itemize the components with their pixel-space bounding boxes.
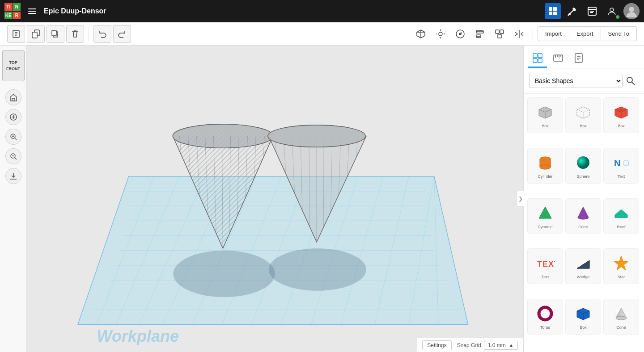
svg-point-131 — [615, 214, 627, 218]
fit-to-view-button[interactable] — [5, 109, 21, 125]
svg-line-105 — [351, 136, 358, 242]
shape-box[interactable]: Box — [527, 97, 563, 133]
shape-cone[interactable]: Cone — [565, 198, 601, 234]
logo-n: N — [13, 3, 21, 11]
import-button[interactable]: Import — [538, 26, 569, 41]
home-button[interactable] — [5, 89, 21, 105]
svg-text:TEXT: TEXT — [537, 260, 555, 268]
svg-line-91 — [244, 136, 248, 248]
topbar-grid-icon[interactable] — [545, 3, 561, 19]
tinkercad-logo[interactable]: TI N KE R — [4, 3, 21, 19]
shape-roof[interactable]: Roof — [603, 198, 639, 234]
logo-ti: TI — [4, 3, 13, 11]
shapes-header: Basic Shapes Letters Connectors Shape Ge… — [524, 68, 644, 94]
light-button[interactable] — [432, 25, 449, 43]
copy-button[interactable] — [27, 25, 45, 43]
shapes-tab[interactable] — [528, 49, 547, 68]
svg-rect-109 — [538, 54, 542, 58]
svg-line-95 — [275, 136, 283, 242]
topbar-build-icon[interactable] — [564, 3, 580, 19]
shape-cylinder[interactable]: Cylinder — [527, 148, 563, 184]
svg-line-96 — [284, 136, 290, 242]
shapes-search-button[interactable] — [623, 73, 639, 89]
svg-point-134 — [539, 307, 551, 320]
svg-rect-5 — [549, 12, 552, 15]
svg-line-84 — [188, 136, 195, 248]
svg-line-102 — [330, 136, 332, 242]
viewport[interactable]: Workplane Settings Snap Grid 1.0 mm ▲ — [27, 46, 523, 352]
delete-button[interactable] — [66, 25, 84, 43]
svg-line-87 — [213, 136, 216, 248]
shape-star[interactable]: Star — [603, 248, 639, 284]
redo-button[interactable] — [113, 25, 131, 43]
mirror-button[interactable] — [510, 25, 528, 43]
new-button[interactable] — [7, 25, 25, 43]
shape-wedge[interactable]: Wedge — [565, 248, 601, 284]
view-cube-front-label: FRONT — [6, 67, 20, 71]
notes-tab[interactable] — [569, 49, 588, 68]
svg-rect-34 — [496, 30, 499, 34]
view-3d-button[interactable] — [412, 25, 430, 43]
rotate-button[interactable] — [451, 25, 469, 43]
svg-line-103 — [337, 136, 341, 242]
topbar-code-icon[interactable] — [584, 3, 600, 19]
shape-cone2[interactable]: Cone — [603, 299, 639, 335]
settings-button[interactable]: Settings — [422, 340, 451, 350]
svg-rect-112 — [554, 55, 563, 61]
zoom-in-button[interactable] — [5, 129, 21, 145]
right-sidebar-tabs — [524, 46, 644, 68]
shape-sphere[interactable]: Sphere — [565, 148, 601, 184]
shape-torus[interactable]: Torus — [527, 299, 563, 335]
shapes-grid: Box Box — [524, 94, 644, 352]
duplicate-button[interactable] — [47, 25, 64, 43]
align-button[interactable] — [471, 25, 489, 43]
hamburger-button[interactable] — [25, 4, 39, 18]
svg-line-88 — [222, 136, 223, 248]
svg-point-82 — [173, 124, 273, 148]
shape-box2[interactable]: Box — [565, 299, 601, 335]
shape-text3d[interactable]: N Text — [603, 148, 639, 184]
svg-rect-38 — [12, 98, 15, 101]
main-area: TOP FRONT — [0, 46, 644, 352]
group-button[interactable] — [491, 25, 508, 43]
shape-box-hole[interactable]: Box — [565, 97, 601, 133]
svg-line-74 — [375, 176, 409, 325]
send-to-button[interactable]: Send To — [601, 26, 637, 41]
shape-cube-red[interactable]: Box — [603, 97, 639, 133]
svg-point-24 — [439, 32, 442, 36]
svg-line-101 — [323, 136, 324, 242]
topbar: TI N KE R Epic Duup-Densor — [0, 0, 644, 22]
svg-line-83 — [180, 136, 188, 248]
project-title[interactable]: Epic Duup-Densor — [44, 7, 540, 15]
svg-point-94 — [268, 125, 365, 147]
download-button[interactable] — [5, 168, 21, 184]
view-cube-container: TOP FRONT — [2, 50, 25, 81]
topbar-user-icon[interactable] — [604, 3, 620, 19]
undo-button[interactable] — [93, 25, 111, 43]
svg-line-85 — [196, 136, 202, 248]
svg-line-104 — [344, 136, 349, 242]
right-sidebar: ❯ — [523, 46, 644, 352]
shape-text[interactable]: TEXT Text — [527, 248, 563, 284]
svg-line-70 — [252, 176, 307, 325]
svg-rect-30 — [476, 31, 483, 33]
view-cube-top-label: TOP — [9, 60, 17, 65]
svg-line-122 — [632, 82, 635, 85]
shape-pyramid[interactable]: Pyramid — [527, 198, 563, 234]
svg-point-130 — [578, 216, 589, 219]
shapes-category-dropdown[interactable]: Basic Shapes Letters Connectors Shape Ge… — [529, 74, 623, 88]
svg-line-90 — [237, 136, 239, 248]
export-button[interactable]: Export — [569, 26, 601, 41]
zoom-out-button[interactable] — [5, 148, 21, 164]
collapse-button[interactable]: ❯ — [517, 191, 524, 207]
view-cube[interactable]: TOP FRONT — [2, 50, 25, 81]
ruler-tab[interactable] — [549, 49, 568, 68]
svg-rect-110 — [533, 59, 537, 63]
svg-point-135 — [616, 316, 627, 320]
svg-line-63 — [78, 176, 129, 325]
user-avatar[interactable] — [623, 3, 640, 19]
topbar-right — [545, 3, 640, 19]
svg-line-86 — [205, 136, 209, 248]
svg-point-81 — [173, 124, 273, 148]
svg-rect-108 — [533, 54, 537, 58]
